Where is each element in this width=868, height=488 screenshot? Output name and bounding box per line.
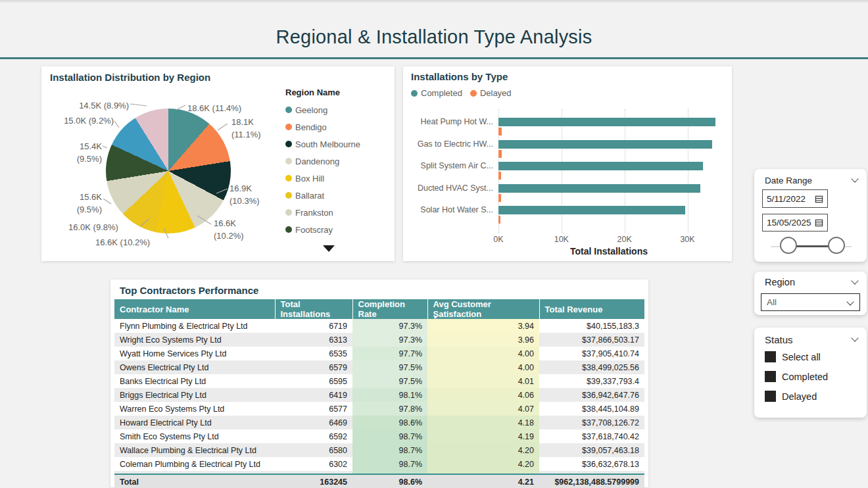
end-date-value: 15/05/2025 (767, 218, 811, 228)
cell-value: 6419 (275, 388, 352, 402)
completed-bar[interactable] (498, 140, 712, 149)
pie-legend-item-box-hill[interactable]: Box Hill (285, 170, 391, 187)
table-row[interactable]: Briggs Electrical Pty Ltd641998.1%4.06$3… (114, 388, 644, 402)
bar-chart-card: Installations by Type Completed Delayed … (403, 66, 732, 261)
table-row[interactable]: Wyatt Home Services Pty Ltd653597.7%4.00… (114, 347, 644, 360)
table-row[interactable]: Howard Electrical Pty Ltd646998.6%4.18$3… (114, 416, 644, 429)
cell-value: 6302 (275, 457, 352, 471)
start-date-input[interactable]: 5/11/2022 (762, 189, 828, 208)
completed-bar[interactable] (498, 184, 700, 193)
checkbox-checked-icon[interactable] (765, 351, 776, 362)
column-header-completion-rate[interactable]: Completion Rate (352, 299, 427, 319)
table-row[interactable]: Flynn Plumbing & Electrical Pty Ltd67199… (114, 319, 644, 333)
completed-bar[interactable] (498, 162, 703, 170)
pie-legend-label: Footscray (295, 225, 333, 235)
bar-category-label: Split System Air C... (411, 161, 493, 170)
calendar-icon[interactable] (815, 218, 823, 227)
table-row[interactable]: Smith Eco Systems Pty Ltd659298.7%4.19$3… (114, 429, 644, 443)
cell-value: 6595 (275, 374, 352, 388)
cell-value: 98.7% (352, 429, 427, 443)
pie-data-label: 16.6K(10.2%) (214, 217, 244, 242)
legend-dot-icon (285, 107, 292, 113)
column-header-total-installations[interactable]: Total Installations (275, 299, 352, 319)
sort-ascending-icon: ▲ (433, 314, 438, 319)
pie-legend-item-ballarat[interactable]: Ballarat (285, 187, 391, 204)
region-slicer-title: Region (765, 277, 795, 287)
total-cell: 163245 (275, 474, 352, 488)
calendar-icon[interactable] (815, 195, 823, 203)
region-collapse-chevron-icon[interactable] (851, 277, 858, 284)
legend-delayed-label: Delayed (480, 88, 512, 98)
column-header-total-revenue[interactable]: Total Revenue (539, 299, 644, 319)
column-header-label: Avg Customer Satisfaction (433, 299, 491, 319)
date-range-collapse-chevron-icon[interactable] (851, 175, 858, 182)
pie-legend-item-footscray[interactable]: Footscray (285, 221, 391, 238)
pie-legend-item-south-melbourne[interactable]: South Melbourne (285, 135, 391, 153)
legend-scroll-down-icon[interactable] (323, 245, 335, 252)
cell-value: 6577 (275, 402, 352, 416)
cell-contractor-name: Flynn Plumbing & Electrical Pty Ltd (114, 319, 275, 333)
end-date-input[interactable]: 15/05/2025 (762, 214, 828, 232)
table-row[interactable]: Coleman Plumbing & Electrical Pty Ltd630… (114, 457, 644, 471)
table-row[interactable]: Wright Eco Systems Pty Ltd631397.3%3.96$… (114, 333, 644, 347)
column-header-avg-customer-satisfaction[interactable]: Avg Customer Satisfaction▲ (427, 299, 539, 319)
date-slider-start-handle[interactable] (780, 237, 797, 254)
region-pie-chart[interactable] (106, 109, 231, 233)
legend-item-delayed[interactable]: Delayed (470, 88, 512, 98)
delayed-bar[interactable] (498, 194, 501, 202)
cell-value: 97.5% (352, 374, 427, 388)
bar-category-label: Heat Pump Hot W... (411, 117, 493, 126)
pie-data-label: 15.4K(9.5%) (53, 140, 102, 165)
x-axis-tick-label: 10K (554, 235, 569, 244)
pie-label-value: 18.1K (231, 116, 261, 128)
legend-dot-icon (285, 158, 292, 164)
cell-value: 98.7% (352, 457, 427, 471)
column-header-contractor-name[interactable]: Contractor Name (114, 299, 275, 319)
pie-legend-item-geelong[interactable]: Geelong (285, 101, 391, 118)
bar-category-label: Ducted HVAC Syst... (411, 183, 493, 193)
pie-data-label: 16.6K (10.2%) (95, 236, 150, 249)
column-header-label: Total Revenue (545, 305, 603, 314)
status-option-completed[interactable]: Completed (765, 371, 828, 382)
legend-dot-icon (285, 124, 292, 130)
pie-label-value: 16.6K (214, 217, 244, 230)
status-collapse-chevron-icon[interactable] (851, 334, 858, 341)
checkbox-checked-icon[interactable] (765, 371, 776, 382)
pie-legend-item-dandenong[interactable]: Dandenong (285, 153, 391, 170)
completed-dot-icon (411, 90, 418, 97)
cell-value: $37,618,740.42 (539, 429, 644, 443)
delayed-bar[interactable] (498, 150, 502, 158)
table-row[interactable]: Wallace Plumbing & Electrical Pty Ltd658… (114, 443, 644, 457)
date-slider-end-handle[interactable] (828, 237, 845, 254)
cell-value: 97.7% (352, 347, 427, 360)
table-row[interactable]: Warren Eco Systems Pty Ltd657797.8%4.07$… (114, 402, 644, 416)
checkbox-checked-icon[interactable] (765, 391, 776, 402)
x-axis-tick-label: 30K (680, 235, 694, 244)
region-dropdown[interactable]: All (761, 293, 860, 311)
table-title: Top Contractors Performance (120, 285, 258, 296)
table-row[interactable]: Banks Electrical Pty Ltd659597.5%4.01$39… (114, 374, 644, 388)
completed-bar[interactable] (498, 118, 715, 126)
cell-contractor-name: Coleman Plumbing & Electrical Pty Ltd (114, 457, 275, 471)
pie-data-label: 16.0K (9.8%) (68, 221, 118, 233)
pie-data-label: 15.6K(9.5%) (53, 191, 102, 216)
legend-dot-icon (285, 175, 292, 182)
status-option-label: Completed (782, 372, 828, 382)
status-option-delayed[interactable]: Delayed (765, 391, 817, 402)
delayed-bar[interactable] (498, 128, 502, 135)
cell-value: 6535 (275, 347, 352, 360)
x-axis-tick-label: 20K (617, 235, 632, 244)
legend-item-completed[interactable]: Completed (411, 88, 462, 98)
pie-legend-item-frankston[interactable]: Frankston (285, 204, 391, 221)
pie-data-label: 18.6K (11.4%) (187, 102, 241, 114)
pie-legend-item-bendigo[interactable]: Bendigo (285, 118, 391, 135)
cell-value: 6719 (275, 319, 352, 333)
cell-value: 3.94 (427, 319, 539, 333)
status-option-select-all[interactable]: Select all (765, 351, 821, 362)
completed-bar[interactable] (498, 206, 685, 214)
delayed-bar[interactable] (498, 216, 500, 224)
legend-dot-icon (285, 226, 292, 233)
delayed-bar[interactable] (498, 172, 501, 180)
cell-value: $39,337,793.4 (539, 374, 644, 388)
table-row[interactable]: Owens Electrical Pty Ltd657997.5%4.00$38… (114, 360, 644, 374)
